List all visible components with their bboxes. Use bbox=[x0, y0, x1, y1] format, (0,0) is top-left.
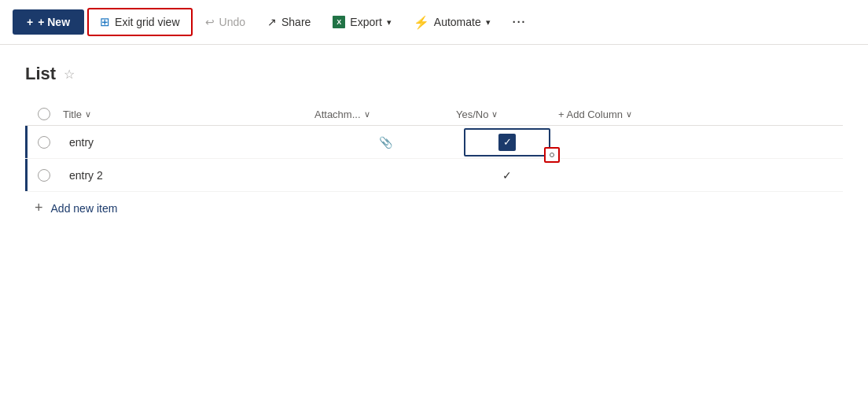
add-col-label: + Add Column bbox=[558, 109, 623, 120]
export-chevron-icon: ▾ bbox=[387, 17, 392, 28]
drag-dot-icon bbox=[550, 153, 554, 157]
page-title-row: List ☆ bbox=[25, 64, 843, 84]
header-yesno-col[interactable]: Yes/No ∨ bbox=[456, 109, 558, 120]
automate-label: Automate bbox=[434, 16, 481, 28]
yesno-active-container[interactable]: ✓ bbox=[464, 128, 550, 156]
header-attach-col[interactable]: Attachm... ∨ bbox=[314, 109, 456, 120]
add-new-item-row[interactable]: + Add new item bbox=[25, 192, 843, 224]
row-radio-icon[interactable] bbox=[38, 136, 50, 149]
share-label: Share bbox=[281, 16, 311, 28]
header-add-col[interactable]: + Add Column ∨ bbox=[558, 109, 684, 120]
row-yesno-cell[interactable]: ✓ bbox=[456, 128, 558, 156]
row-active-bar bbox=[25, 159, 28, 191]
attach-sort-icon[interactable]: ∨ bbox=[364, 109, 370, 120]
export-button[interactable]: X Export ▾ bbox=[323, 10, 400, 34]
checkbox-checked-icon[interactable]: ✓ bbox=[498, 134, 516, 151]
excel-icon: X bbox=[333, 16, 345, 28]
export-label: Export bbox=[350, 16, 381, 28]
row-active-bar bbox=[25, 126, 28, 158]
add-plus-icon: + bbox=[35, 200, 43, 216]
undo-button[interactable]: ↩ Undo bbox=[196, 10, 255, 34]
row-select[interactable] bbox=[25, 169, 63, 182]
table-row: entry 2 ✓ bbox=[25, 159, 843, 192]
automate-chevron-icon: ▾ bbox=[486, 17, 491, 28]
new-button[interactable]: + + New bbox=[13, 9, 84, 35]
favorite-star-icon[interactable]: ☆ bbox=[64, 67, 75, 82]
checkmark-icon: ✓ bbox=[502, 169, 512, 182]
share-icon: ↗ bbox=[267, 16, 277, 28]
title-col-label: Title bbox=[63, 109, 82, 120]
page-title: List bbox=[25, 64, 56, 84]
drag-handle[interactable] bbox=[544, 147, 560, 163]
new-label: + New bbox=[38, 16, 70, 28]
row-select[interactable] bbox=[25, 136, 63, 149]
plus-icon: + bbox=[27, 16, 33, 28]
title-sort-icon[interactable]: ∨ bbox=[85, 109, 91, 120]
row-title-value: entry 2 bbox=[69, 169, 103, 182]
attach-col-label: Attachm... bbox=[314, 109, 361, 120]
share-button[interactable]: ↗ Share bbox=[258, 10, 320, 34]
toolbar: + + New ⊞ Exit grid view ↩ Undo ↗ Share … bbox=[0, 0, 868, 45]
yesno-sort-icon[interactable]: ∨ bbox=[491, 109, 498, 120]
undo-icon: ↩ bbox=[205, 16, 215, 28]
row-attach-cell[interactable]: 📎 bbox=[314, 136, 456, 149]
add-new-label: Add new item bbox=[51, 202, 118, 215]
page-content: List ☆ Title ∨ Attachm... ∨ Yes/No ∨ + A… bbox=[0, 45, 868, 243]
more-button[interactable]: ··· bbox=[503, 10, 536, 34]
table-row: entry 📎 ✓ bbox=[25, 126, 843, 159]
automate-icon: ⚡ bbox=[414, 15, 429, 30]
automate-button[interactable]: ⚡ Automate ▾ bbox=[404, 9, 500, 35]
undo-label: Undo bbox=[219, 16, 245, 28]
exit-grid-button[interactable]: ⊞ Exit grid view bbox=[87, 8, 192, 36]
row-yesno-cell[interactable]: ✓ bbox=[456, 169, 558, 182]
exit-grid-label: Exit grid view bbox=[115, 16, 179, 28]
header-check-col bbox=[25, 108, 63, 120]
row-title-cell[interactable]: entry 2 bbox=[63, 169, 314, 182]
row-title-cell[interactable]: entry bbox=[63, 136, 314, 149]
header-select-all[interactable] bbox=[38, 108, 50, 120]
add-col-chevron-icon[interactable]: ∨ bbox=[626, 109, 632, 120]
paperclip-icon: 📎 bbox=[379, 136, 392, 149]
grid-icon: ⊞ bbox=[100, 15, 110, 29]
more-icon: ··· bbox=[513, 16, 527, 28]
list-header: Title ∨ Attachm... ∨ Yes/No ∨ + Add Colu… bbox=[25, 103, 843, 126]
list-container: Title ∨ Attachm... ∨ Yes/No ∨ + Add Colu… bbox=[25, 103, 843, 224]
row-radio-icon[interactable] bbox=[38, 169, 50, 182]
yesno-col-label: Yes/No bbox=[456, 109, 488, 120]
header-title-col[interactable]: Title ∨ bbox=[63, 109, 314, 120]
row-title-value: entry bbox=[69, 136, 94, 149]
